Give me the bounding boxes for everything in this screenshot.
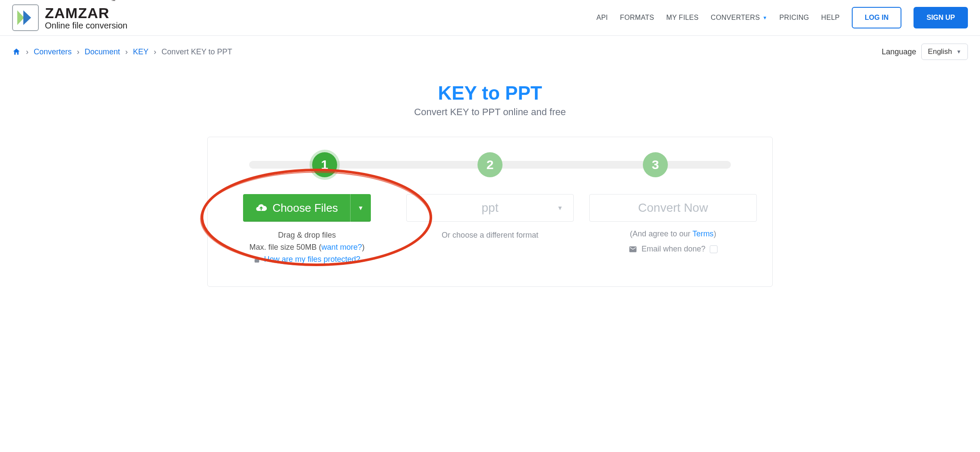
logo-mark-icon — [12, 4, 39, 31]
nav-api[interactable]: API — [596, 14, 608, 22]
chevron-right-icon: › — [154, 47, 156, 56]
lock-icon — [253, 256, 260, 263]
step-2-badge: 2 — [477, 152, 503, 177]
caret-down-icon: ▼ — [357, 204, 364, 211]
step-1-column: Choose Files ▼ Drag & drop files Max. fi… — [223, 194, 391, 266]
conversion-card: 1 2 3 Choose Files ▼ — [207, 137, 773, 287]
crumb-document[interactable]: Document — [85, 47, 120, 56]
choose-files-button[interactable]: Choose Files ▼ — [243, 194, 371, 222]
email-when-done-checkbox[interactable] — [710, 245, 718, 253]
terms-link[interactable]: Terms — [692, 229, 714, 238]
login-button[interactable]: LOG IN — [852, 7, 901, 28]
caret-down-icon: ▼ — [557, 204, 563, 211]
max-size-hint: Max. file size 50MB (want more?) — [223, 242, 391, 254]
language-selector: Language English ▼ — [882, 44, 968, 60]
hero: KEY to PPT Convert KEY to PPT online and… — [0, 82, 980, 118]
nav-pricing[interactable]: PRICING — [779, 14, 809, 22]
svg-marker-0 — [17, 10, 24, 25]
nav-formats[interactable]: FORMATS — [620, 14, 654, 22]
nav-help[interactable]: HELP — [821, 14, 840, 22]
step-3-badge: 3 — [643, 152, 668, 177]
svg-marker-1 — [23, 10, 31, 25]
terms-line: (And agree to our Terms) — [589, 229, 757, 239]
format-select[interactable]: ppt ▼ — [406, 194, 574, 222]
caret-down-icon: ▼ — [762, 15, 767, 20]
email-when-done-label: Email when done? — [642, 245, 705, 254]
nav-myfiles[interactable]: MY FILES — [666, 14, 699, 22]
breadcrumb-row: › Converters › Document › KEY › Convert … — [0, 36, 980, 65]
chevron-right-icon: › — [26, 47, 28, 56]
convert-now-button[interactable]: Convert Now — [589, 194, 757, 222]
breadcrumb: › Converters › Document › KEY › Convert … — [12, 47, 232, 56]
step-2-column: ppt ▼ Or choose a different format — [406, 194, 574, 242]
main-nav: API FORMATS MY FILES CONVERTERS ▼ PRICIN… — [596, 7, 968, 28]
brand-subtitle: Online file conversion — [45, 21, 127, 31]
format-value: ppt — [482, 201, 499, 215]
files-protected-link[interactable]: How are my files protected? — [264, 254, 360, 266]
crumb-current: Convert KEY to PPT — [161, 47, 232, 56]
logo[interactable]: ZAMZAR™ Online file conversion — [12, 4, 127, 31]
crumb-key[interactable]: KEY — [133, 47, 149, 56]
caret-down-icon: ▼ — [956, 49, 961, 55]
language-dropdown[interactable]: English ▼ — [921, 44, 968, 60]
nav-converters[interactable]: CONVERTERS ▼ — [711, 14, 767, 22]
language-label: Language — [882, 47, 916, 56]
crumb-converters[interactable]: Converters — [34, 47, 72, 56]
signup-button[interactable]: SIGN UP — [914, 7, 968, 28]
step-1-badge: 1 — [312, 152, 337, 177]
chevron-right-icon: › — [125, 47, 128, 56]
page-subtitle: Convert KEY to PPT online and free — [0, 107, 980, 118]
brand-name: ZAMZAR™ — [45, 5, 127, 22]
format-hint: Or choose a different format — [442, 231, 538, 239]
steps-bar: 1 2 3 — [223, 152, 757, 178]
choose-files-dropdown[interactable]: ▼ — [350, 194, 371, 222]
mail-icon — [629, 245, 637, 254]
page-title: KEY to PPT — [0, 82, 980, 104]
home-icon[interactable] — [12, 47, 21, 56]
want-more-link[interactable]: want more? — [322, 243, 362, 251]
drag-drop-hint: Drag & drop files — [223, 229, 391, 242]
cloud-upload-icon — [255, 202, 267, 214]
step-3-column: Convert Now (And agree to our Terms) Ema… — [589, 194, 757, 254]
header: ZAMZAR™ Online file conversion API FORMA… — [0, 0, 980, 36]
chevron-right-icon: › — [77, 47, 79, 56]
